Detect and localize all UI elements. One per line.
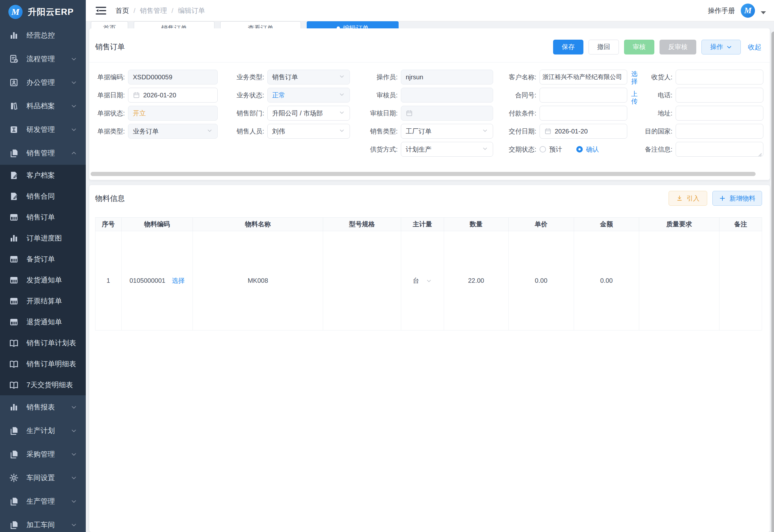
save-button[interactable]: 保存 — [553, 40, 583, 54]
sidebar-item-18[interactable]: 生产计划 — [0, 419, 86, 442]
sidebar-item-label: 采购管理 — [26, 449, 63, 459]
order-form-panel: 销售订单 保存 撤回 审核 反审核 操作 收起 单据编码: XSDD000059 — [89, 28, 770, 180]
field-3-0-input[interactable]: 浙江裕兴不动产经纪有限公司 — [540, 70, 627, 84]
field-3-1-input[interactable] — [540, 88, 627, 103]
page-title: 销售订单 — [95, 42, 125, 52]
chevron-down-icon — [70, 404, 77, 411]
sidebar-item-label: 退货通知单 — [26, 317, 77, 327]
sidebar-item-13[interactable]: 退货通知单 — [0, 311, 86, 332]
calendar-icon — [406, 110, 413, 117]
cell-price[interactable]: 0.00 — [508, 231, 574, 330]
sidebar-item-3[interactable]: 料品档案 — [0, 94, 86, 118]
field-4-4-textarea[interactable] — [676, 142, 763, 157]
chevron-down-icon — [70, 451, 77, 458]
menu-fold-icon[interactable] — [95, 6, 106, 15]
chevron-down-icon — [70, 427, 77, 434]
field-1-3-select[interactable]: 刘伟 — [267, 124, 350, 139]
field-1-2-select[interactable]: 升阳公司 / 市场部 — [267, 106, 350, 121]
col-header-2: 物料名称 — [193, 218, 323, 231]
manual-link[interactable]: 操作手册 — [708, 6, 735, 15]
cell-unit[interactable]: 台 — [401, 231, 444, 330]
field-4-0-input[interactable] — [676, 70, 763, 84]
resize-grip-icon[interactable] — [757, 151, 762, 155]
import-button[interactable]: 引入 — [669, 191, 707, 206]
materials-table-wrap: 序号物料编码物料名称型号规格主计量数量单价金额质量要求备注 1 01050000… — [89, 210, 770, 330]
open-book-icon — [9, 359, 19, 369]
field-4-1-label: 电话: — [644, 91, 676, 100]
sidebar-item-label: 研发管理 — [26, 125, 63, 134]
table-icon — [9, 254, 19, 264]
field-2-4-select[interactable]: 计划生产 — [401, 142, 493, 157]
field-0-3-label: 单据类型: — [94, 127, 128, 136]
table-icon — [9, 212, 19, 222]
chevron-down-icon — [482, 145, 488, 153]
sidebar-nav: 经营总控 流程管理 办公管理 料品档案 研发管理 销售管理 客户档案 销售合同 — [0, 24, 86, 532]
sidebar-item-5[interactable]: 销售管理 — [0, 141, 86, 165]
row-select-link[interactable]: 选择 — [172, 276, 185, 285]
sidebar-item-11[interactable]: 发货通知单 — [0, 270, 86, 291]
field-4-1-input[interactable] — [676, 88, 763, 103]
sidebar-item-22[interactable]: 加工车间 — [0, 513, 86, 532]
field-4-2-input[interactable] — [676, 106, 763, 121]
avatar[interactable]: M — [741, 4, 755, 18]
collapse-link[interactable]: 收起 — [748, 43, 761, 52]
radio-checked-1[interactable]: 确认 — [576, 145, 599, 154]
field-3-3-date-input[interactable]: 2026-01-20 — [540, 124, 627, 139]
field-2-2-date-input — [401, 106, 493, 121]
chevron-down-icon[interactable] — [761, 11, 766, 14]
sidebar-item-10[interactable]: 备货订单 — [0, 249, 86, 270]
sidebar-item-20[interactable]: 车间设置 — [0, 466, 86, 489]
field-1-0-select[interactable]: 销售订单 — [267, 70, 350, 84]
sidebar-item-15[interactable]: 销售订单明细表 — [0, 353, 86, 374]
radio-label: 预计 — [549, 145, 562, 154]
breadcrumb-home[interactable]: 首页 — [115, 6, 129, 15]
download-icon — [676, 195, 683, 202]
vertical-scrollbar[interactable] — [771, 32, 774, 532]
field-3-1-label: 合同号: — [507, 91, 540, 100]
audit-button[interactable]: 审核 — [624, 40, 654, 54]
brand: M 升阳云ERP — [0, 0, 86, 24]
chevron-down-icon — [339, 73, 345, 81]
sidebar-item-17[interactable]: 销售报表 — [0, 395, 86, 419]
add-material-button[interactable]: 新增物料 — [712, 191, 762, 206]
sidebar-item-19[interactable]: 采购管理 — [0, 442, 86, 466]
sidebar-item-label: 备货订单 — [26, 254, 77, 264]
unaudit-button[interactable]: 反审核 — [660, 40, 696, 54]
sidebar-item-2[interactable]: 办公管理 — [0, 71, 86, 94]
sidebar-item-1[interactable]: 流程管理 — [0, 47, 86, 71]
radio-icon — [576, 146, 583, 153]
calendar-icon — [133, 92, 140, 99]
sidebar-item-9[interactable]: 订单进度图 — [0, 228, 86, 249]
sidebar-item-16[interactable]: 7天交货明细表 — [0, 374, 86, 395]
horizontal-scrollbar[interactable] — [91, 172, 756, 176]
field-3-2-input[interactable] — [540, 106, 627, 121]
withdraw-button[interactable]: 撤回 — [589, 40, 619, 54]
field-4-3-input[interactable] — [676, 124, 763, 139]
cell-quality[interactable] — [639, 231, 719, 330]
link-select[interactable]: 选择 — [631, 70, 638, 85]
field-0-3-select[interactable]: 业务订单 — [128, 124, 218, 139]
link-upload[interactable]: 上传 — [631, 90, 638, 105]
sidebar-item-12[interactable]: 开票结算单 — [0, 291, 86, 311]
sidebar-item-0[interactable]: 经营总控 — [0, 24, 86, 47]
field-0-1-date-input[interactable]: 2026-01-20 — [128, 88, 218, 103]
sidebar-item-4[interactable]: 研发管理 — [0, 118, 86, 141]
action-dropdown-button[interactable]: 操作 — [701, 40, 741, 54]
gear-icon — [9, 473, 19, 483]
cell-remark[interactable] — [719, 231, 762, 330]
sidebar-item-7[interactable]: 销售合同 — [0, 186, 86, 207]
cell-seq: 1 — [95, 231, 122, 330]
sidebar-item-14[interactable]: 销售订单计划表 — [0, 332, 86, 353]
col-header-4: 主计量 — [401, 218, 444, 231]
cell-qty[interactable]: 22.00 — [444, 231, 508, 330]
sidebar-item-21[interactable]: 生产管理 — [0, 489, 86, 513]
sidebar-item-6[interactable]: 客户档案 — [0, 165, 86, 186]
field-0-0-label: 单据编码: — [94, 73, 128, 82]
sidebar-item-label: 客户档案 — [26, 171, 77, 180]
field-2-3-select[interactable]: 工厂订单 — [401, 124, 493, 139]
field-1-1-select[interactable]: 正常 — [267, 88, 350, 103]
bar-chart-icon — [9, 31, 19, 40]
field-3-4-label: 交期状态: — [507, 145, 540, 154]
radio-unchecked-0[interactable]: 预计 — [540, 145, 562, 154]
sidebar-item-8[interactable]: 销售订单 — [0, 207, 86, 228]
